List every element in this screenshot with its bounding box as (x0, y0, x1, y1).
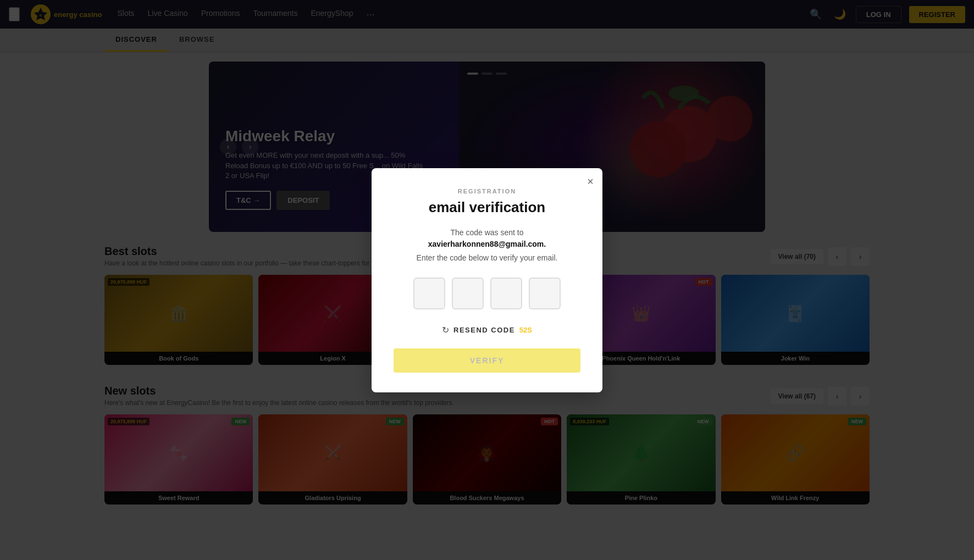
modal-instruction: Enter the code below to verify your emai… (394, 253, 580, 262)
resend-icon: ↻ (442, 325, 449, 335)
modal-email-info: The code was sent to xavierharkonnen88@g… (394, 227, 580, 250)
modal-close-button[interactable]: × (587, 176, 594, 187)
resend-code-button[interactable]: RESEND CODE (453, 326, 515, 334)
code-input-group (394, 278, 580, 309)
modal-title: email verification (394, 199, 580, 216)
resend-timer: 52S (519, 326, 532, 334)
resend-row: ↻ RESEND CODE 52S (394, 325, 580, 335)
code-input-1[interactable] (413, 278, 445, 309)
verify-button[interactable]: VERIFY (394, 348, 580, 373)
modal-overlay: × REGISTRATION email verification The co… (0, 0, 974, 560)
code-input-2[interactable] (452, 278, 484, 309)
email-verification-modal: × REGISTRATION email verification The co… (372, 168, 602, 392)
modal-email-address: xavierharkonnen88@gmail.com. (428, 240, 546, 248)
code-input-4[interactable] (529, 278, 561, 309)
code-input-3[interactable] (490, 278, 522, 309)
modal-tag: REGISTRATION (394, 188, 580, 195)
